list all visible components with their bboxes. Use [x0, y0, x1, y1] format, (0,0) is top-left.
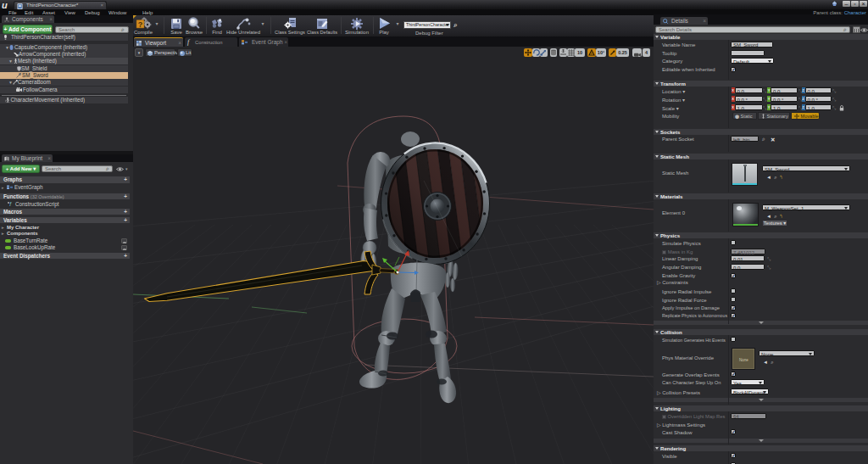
svg-text:f: f: [9, 201, 12, 207]
svg-text:?: ?: [138, 20, 143, 29]
